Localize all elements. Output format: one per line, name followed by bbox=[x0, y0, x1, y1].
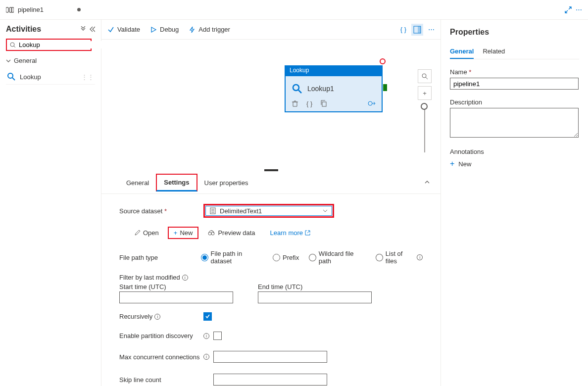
tab-settings[interactable]: Settings bbox=[156, 174, 197, 192]
file-path-type-label: File path type bbox=[119, 254, 201, 261]
recursively-checkbox[interactable] bbox=[203, 312, 212, 321]
more-icon[interactable]: ⋯ bbox=[576, 6, 582, 13]
canvas-tools: + bbox=[418, 69, 432, 152]
add-annotation-button[interactable]: + New bbox=[450, 159, 579, 168]
expand-icon[interactable] bbox=[565, 6, 572, 13]
svg-point-7 bbox=[293, 85, 299, 91]
start-time-label: Start time (UTC) bbox=[119, 283, 233, 290]
output-icon[interactable] bbox=[368, 100, 376, 107]
source-dataset-dropdown[interactable]: DelimitedText1 bbox=[203, 204, 334, 218]
bottom-tabs: General Settings User properties bbox=[101, 174, 441, 194]
code-icon[interactable]: { } bbox=[306, 100, 312, 107]
pipeline-canvas[interactable]: Lookup Lookup1 { } bbox=[101, 40, 441, 171]
enable-partition-checkbox[interactable] bbox=[213, 332, 222, 340]
zoom-in-button[interactable]: + bbox=[418, 86, 432, 100]
radio-wildcard[interactable]: Wildcard file path bbox=[309, 250, 366, 265]
sidebar-title: Activities bbox=[6, 25, 41, 34]
source-dataset-label: Source dataset * bbox=[119, 207, 203, 215]
lookup-icon bbox=[292, 83, 302, 94]
preview-data-button[interactable]: Preview data bbox=[202, 228, 260, 238]
name-input[interactable] bbox=[450, 78, 579, 90]
general-label: General bbox=[14, 57, 37, 64]
svg-rect-8 bbox=[322, 102, 326, 106]
search-input[interactable] bbox=[19, 41, 102, 48]
delete-icon[interactable] bbox=[292, 100, 298, 107]
svg-rect-6 bbox=[418, 26, 421, 33]
general-category[interactable]: General bbox=[6, 57, 95, 64]
dataset-icon bbox=[210, 207, 216, 214]
filter-label: Filter by last modified bbox=[119, 274, 180, 281]
chevron-down-icon bbox=[323, 208, 328, 213]
lookup-icon bbox=[7, 72, 16, 81]
prop-tab-related[interactable]: Related bbox=[483, 45, 505, 59]
settings-panel: Source dataset * DelimitedText1 Open bbox=[101, 194, 441, 386]
pencil-icon bbox=[134, 230, 141, 236]
properties-title: Properties bbox=[450, 28, 579, 37]
copy-icon[interactable] bbox=[320, 100, 327, 107]
play-icon bbox=[150, 26, 157, 33]
svg-point-3 bbox=[10, 43, 14, 47]
activities-sidebar: Activities General Lookup ⋮⋮ bbox=[0, 20, 101, 386]
topbar: pipeline1 ⋯ bbox=[0, 0, 588, 20]
activity-name: Lookup1 bbox=[307, 85, 334, 93]
max-concurrent-input[interactable] bbox=[213, 351, 327, 363]
drag-handle-icon[interactable]: ⋮⋮ bbox=[81, 73, 94, 81]
validate-button[interactable]: Validate bbox=[107, 26, 140, 33]
success-connector[interactable] bbox=[383, 84, 387, 91]
zoom-slider[interactable] bbox=[424, 103, 425, 152]
info-icon[interactable]: i bbox=[154, 314, 160, 320]
collapse-sidebar-icon[interactable] bbox=[89, 26, 95, 32]
collapse-panel-icon[interactable] bbox=[424, 179, 431, 186]
radio-prefix[interactable]: Prefix bbox=[273, 254, 299, 261]
info-icon[interactable]: i bbox=[182, 275, 188, 281]
chevron-down-icon bbox=[6, 58, 11, 63]
activity-type-label: Lookup bbox=[285, 65, 383, 75]
activity-lookup[interactable]: Lookup ⋮⋮ bbox=[6, 69, 95, 85]
pipeline-tab[interactable]: pipeline1 bbox=[6, 6, 81, 13]
svg-point-4 bbox=[8, 73, 13, 78]
collapse-all-icon[interactable] bbox=[80, 26, 86, 32]
svg-point-12 bbox=[208, 232, 211, 235]
more-icon[interactable]: ⋯ bbox=[428, 26, 435, 33]
code-icon[interactable]: { } bbox=[400, 26, 406, 33]
learn-more-link[interactable]: Learn more bbox=[270, 229, 310, 237]
canvas-toolbar: Validate Debug Add trigger { } ⋯ bbox=[101, 20, 441, 40]
tab-user-properties[interactable]: User properties bbox=[197, 175, 255, 191]
svg-point-10 bbox=[422, 74, 426, 78]
open-button[interactable]: Open bbox=[129, 228, 164, 238]
info-icon[interactable]: i bbox=[417, 254, 423, 260]
radio-file-path-in-dataset[interactable]: File path in dataset bbox=[201, 250, 263, 265]
enable-partition-label: Enable partition discovery bbox=[119, 332, 193, 339]
svg-point-9 bbox=[368, 101, 372, 105]
properties-panel: Properties General Related Name * Descri… bbox=[441, 20, 588, 386]
end-time-input[interactable] bbox=[258, 291, 372, 303]
preview-icon bbox=[207, 230, 215, 236]
description-label: Description bbox=[450, 98, 579, 106]
new-button[interactable]: + New bbox=[168, 227, 199, 239]
add-trigger-button[interactable]: Add trigger bbox=[189, 26, 230, 33]
pipeline-icon bbox=[6, 6, 14, 13]
tab-general[interactable]: General bbox=[119, 175, 156, 191]
plus-icon: + bbox=[450, 159, 454, 168]
properties-toggle-icon[interactable] bbox=[411, 24, 423, 36]
radio-list-of-files[interactable]: List of filesi bbox=[376, 250, 423, 265]
status-indicator bbox=[380, 58, 386, 64]
recursively-label: Recursively bbox=[119, 313, 152, 320]
unsaved-indicator bbox=[77, 8, 81, 11]
info-icon[interactable]: i bbox=[203, 333, 209, 339]
skip-line-label: Skip line count bbox=[119, 376, 161, 384]
activity-card-lookup1[interactable]: Lookup Lookup1 { } bbox=[285, 65, 383, 112]
info-icon[interactable]: i bbox=[203, 354, 209, 360]
plus-icon: + bbox=[174, 229, 178, 237]
end-time-label: End time (UTC) bbox=[258, 283, 372, 290]
annotations-label: Annotations bbox=[450, 148, 579, 155]
start-time-input[interactable] bbox=[119, 291, 233, 303]
search-button[interactable] bbox=[418, 69, 432, 83]
prop-tab-general[interactable]: General bbox=[450, 45, 474, 59]
external-link-icon bbox=[305, 230, 310, 236]
description-input[interactable] bbox=[450, 108, 579, 138]
search-box[interactable] bbox=[6, 39, 92, 51]
max-concurrent-label: Max concurrent connections bbox=[119, 353, 200, 361]
skip-line-input[interactable] bbox=[213, 374, 327, 386]
debug-button[interactable]: Debug bbox=[150, 26, 179, 33]
